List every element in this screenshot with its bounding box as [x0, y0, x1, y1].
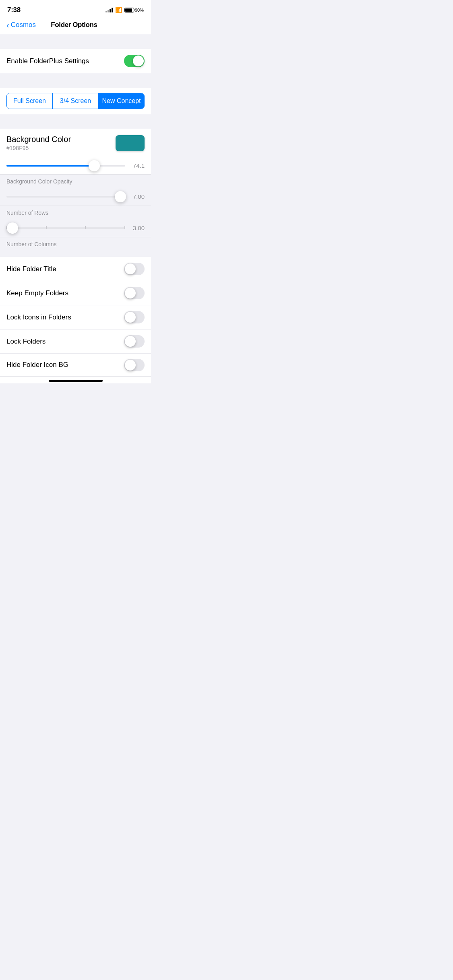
- slider2-value: 7.00: [129, 193, 145, 200]
- hide-folder-icon-bg-row: Hide Folder Icon BG: [0, 354, 151, 376]
- slider2-thumb[interactable]: [115, 191, 126, 202]
- color-row[interactable]: Background Color #198F95: [0, 129, 151, 157]
- slider3-value: 3.00: [129, 224, 145, 231]
- slider3-thumb[interactable]: [7, 222, 18, 234]
- slider2-section: 7.00: [0, 187, 151, 206]
- segmented-control: Full Screen 3/4 Screen New Concept: [6, 93, 145, 109]
- seg-full-screen[interactable]: Full Screen: [7, 93, 53, 109]
- background-color-section: Background Color #198F95 74.1: [0, 129, 151, 175]
- keep-empty-folders-label: Keep Empty Folders: [6, 289, 68, 297]
- lock-icons-in-folders-row: Lock Icons in Folders: [0, 305, 151, 329]
- lock-folders-toggle[interactable]: [124, 335, 145, 348]
- enable-folderplus-toggle[interactable]: [124, 55, 145, 67]
- slider3-track[interactable]: [6, 227, 125, 229]
- toggle-thumb-2: [125, 312, 136, 323]
- slider3-ticks: [6, 227, 125, 229]
- enable-folderplus-label: Enable FolderPlus Settings: [6, 57, 89, 65]
- chevron-left-icon: ‹: [6, 21, 9, 29]
- hide-folder-title-label: Hide Folder Title: [6, 265, 56, 273]
- toggle-thumb-4: [125, 360, 136, 371]
- wifi-icon: 📶: [115, 7, 122, 13]
- toggle-thumb-3: [125, 336, 136, 347]
- section-gap-3: [0, 114, 151, 129]
- hide-folder-icon-bg-toggle[interactable]: [124, 359, 145, 371]
- back-button[interactable]: ‹ Cosmos: [6, 21, 36, 29]
- slider1-container: 74.1: [6, 162, 145, 169]
- enable-folderplus-row: Enable FolderPlus Settings: [0, 49, 151, 73]
- segmented-control-section: Full Screen 3/4 Screen New Concept: [0, 88, 151, 114]
- slider1-fill: [6, 165, 94, 167]
- lock-folders-row: Lock Folders: [0, 329, 151, 354]
- hide-folder-title-row: Hide Folder Title: [0, 257, 151, 281]
- slider2-label-section: Background Color Opacity: [0, 175, 151, 187]
- seg-new-concept[interactable]: New Concept: [99, 93, 144, 109]
- battery-percent: 90%: [135, 8, 144, 12]
- slider3-container: 3.00: [6, 224, 145, 231]
- color-label-group: Background Color #198F95: [6, 135, 71, 151]
- lock-folders-label: Lock Folders: [6, 338, 46, 346]
- slider1-value: 74.1: [129, 162, 145, 169]
- slider4-label: Number of Columns: [6, 241, 57, 247]
- keep-empty-folders-toggle[interactable]: [124, 287, 145, 299]
- back-label: Cosmos: [11, 21, 36, 29]
- slider1-track[interactable]: [6, 165, 125, 167]
- home-bar: [49, 380, 103, 382]
- hide-folder-title-toggle[interactable]: [124, 263, 145, 275]
- slider1-thumb[interactable]: [89, 160, 100, 171]
- lock-icons-in-folders-toggle[interactable]: [124, 311, 145, 323]
- signal-icon: [105, 8, 113, 12]
- toggle-thumb-1: [125, 288, 136, 299]
- slider3-label: Number of Rows: [6, 210, 48, 216]
- slider2-track[interactable]: [6, 196, 125, 198]
- toggle-list-section: Hide Folder Title Keep Empty Folders Loc…: [0, 257, 151, 377]
- status-bar: 7:38 📶 90%: [0, 0, 151, 18]
- battery-icon: [124, 8, 134, 12]
- color-label: Background Color: [6, 135, 71, 144]
- keep-empty-folders-row: Keep Empty Folders: [0, 281, 151, 305]
- slider2-label: Background Color Opacity: [6, 178, 72, 185]
- hide-folder-icon-bg-label: Hide Folder Icon BG: [6, 361, 68, 369]
- toggle-thumb: [133, 56, 144, 66]
- toggle-thumb-0: [125, 264, 136, 274]
- status-time: 7:38: [7, 6, 21, 14]
- enable-folderplus-section: Enable FolderPlus Settings: [0, 49, 151, 73]
- slider3-section: 3.00: [0, 219, 151, 237]
- slider1-row: 74.1: [0, 157, 151, 174]
- page-title: Folder Options: [36, 21, 112, 29]
- slider4-label-section: Number of Columns: [0, 237, 151, 250]
- nav-bar: ‹ Cosmos Folder Options: [0, 18, 151, 34]
- status-icons: 📶 90%: [105, 7, 144, 13]
- color-swatch[interactable]: [116, 135, 145, 151]
- section-gap-2: [0, 73, 151, 88]
- slider3-label-section: Number of Rows: [0, 206, 151, 219]
- section-gap-4: [0, 250, 151, 257]
- seg-3-4-screen[interactable]: 3/4 Screen: [53, 93, 99, 109]
- lock-icons-in-folders-label: Lock Icons in Folders: [6, 313, 71, 321]
- slider2-container: 7.00: [6, 193, 145, 200]
- section-gap-1: [0, 34, 151, 49]
- home-indicator-area: [0, 377, 151, 383]
- color-hex: #198F95: [6, 145, 71, 151]
